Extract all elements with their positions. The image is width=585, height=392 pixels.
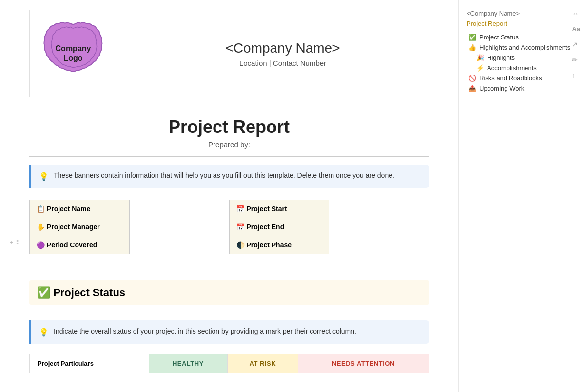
expand-icon[interactable]: ↔ [572,10,580,18]
status-banner-icon: 💡 [39,328,49,337]
report-title-section: Project Report Prepared by: [29,117,429,149]
value-project-start[interactable] [329,200,429,218]
project-status-icon: ✅ [37,286,53,299]
sidebar-tools: ↔ Aa ↗ ✏ ↑ [572,10,580,79]
sidebar: <Company Name> Project Report ✅ Project … [458,0,585,392]
col-healthy: HEALTHY [149,354,228,373]
highlights-acc-nav-icon: 👍 [468,44,476,51]
value-project-name[interactable] [129,200,229,218]
sidebar-item-highlights[interactable]: 🎉 Highlights [467,53,577,63]
sidebar-item-label: Accomplishments [487,64,537,72]
value-project-phase[interactable] [329,236,429,254]
status-banner-text: Indicate the overall status of your proj… [54,327,356,335]
svg-text:Logo: Logo [63,54,82,62]
logo-container: Company Logo [29,10,117,97]
drag-row-icon[interactable]: ⠿ [16,239,20,246]
status-table: Project Particulars HEALTHY AT RISK NEED… [29,354,429,373]
upcoming-nav-icon: 📤 [468,85,476,92]
banner-icon: 💡 [39,172,49,181]
sidebar-item-label: Highlights and Accomplishments [479,44,570,51]
sidebar-item-project-status[interactable]: ✅ Project Status [467,32,577,42]
title-divider [29,156,429,157]
sidebar-item-label: Upcoming Work [479,85,524,92]
company-logo-svg: Company Logo [39,19,107,88]
sidebar-item-label: Risks and Roadblocks [479,75,542,82]
status-table-header-row: Project Particulars HEALTHY AT RISK NEED… [30,354,429,373]
highlights-nav-icon: 🎉 [476,54,484,61]
label-project-end: 📅 Project End [229,218,329,236]
report-title: Project Report [29,117,429,137]
info-banner: 💡 These banners contain information that… [29,165,429,188]
col-at-risk: AT RISK [227,354,298,373]
sidebar-item-highlights-accomplishments[interactable]: 👍 Highlights and Accomplishments [467,42,577,53]
sidebar-item-accomplishments[interactable]: ⚡ Accomplishments [467,63,577,73]
sidebar-item-risks-roadblocks[interactable]: 🚫 Risks and Roadblocks [467,73,577,83]
col-particulars: Project Particulars [30,354,149,373]
company-info: <Company Name> Location | Contact Number [136,40,429,67]
project-info-table: 📋 Project Name 📅 Project Start ✋ Project… [29,200,429,254]
sidebar-doc-title: Project Report [467,20,577,27]
label-project-start: 📅 Project Start [229,200,329,218]
label-project-name: 📋 Project Name [30,200,130,218]
sidebar-item-upcoming-work[interactable]: 📤 Upcoming Work [467,83,577,93]
link-icon[interactable]: ↗ [572,40,580,48]
value-project-end[interactable] [329,218,429,236]
company-sub: Location | Contact Number [239,59,326,67]
edit-icon[interactable]: ✏ [572,56,580,64]
sidebar-item-label: Project Status [479,34,519,41]
company-name: <Company Name> [225,40,340,56]
svg-text:Company: Company [56,44,91,53]
col-needs-attention: NEEDS ATTENTION [298,354,429,373]
table-row: ✋ Project Manager 📅 Project End [30,218,429,236]
table-row: 📋 Project Name 📅 Project Start [30,200,429,218]
accomplishments-nav-icon: ⚡ [476,64,484,72]
project-status-heading: ✅ Project Status [29,280,429,305]
project-status-nav-icon: ✅ [468,34,476,41]
value-period-covered[interactable] [129,236,229,254]
banner-text: These banners contain information that w… [54,171,394,179]
add-row-icon[interactable]: + [10,239,14,246]
label-project-manager: ✋ Project Manager [30,218,130,236]
prepared-by: Prepared by: [29,140,429,149]
label-period-covered: 🟣 Period Covered [30,236,130,254]
table-row: 🟣 Period Covered 🌓 Project Phase [30,236,429,254]
value-project-manager[interactable] [129,218,229,236]
font-icon[interactable]: Aa [572,25,580,33]
sidebar-item-label: Highlights [487,54,515,61]
project-info-wrapper: 📋 Project Name 📅 Project Start ✋ Project… [29,200,429,254]
status-info-banner: 💡 Indicate the overall status of your pr… [29,320,429,344]
upload-icon[interactable]: ↑ [572,72,580,79]
risks-nav-icon: 🚫 [468,75,476,82]
label-project-phase: 🌓 Project Phase [229,236,329,254]
header-section: Company Logo <Company Name> Location | C… [29,0,429,102]
sidebar-company: <Company Name> [467,10,577,17]
